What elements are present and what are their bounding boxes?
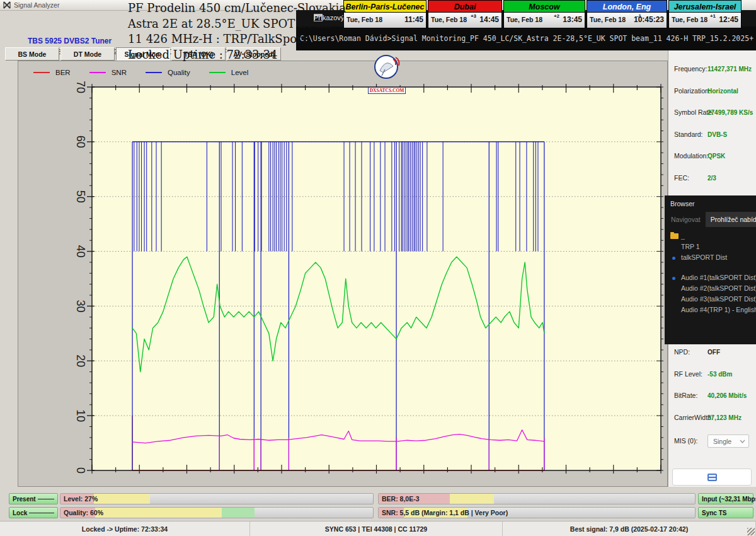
- svg-text:20: 20: [74, 354, 87, 367]
- clock-moscow[interactable]: MoscowTue, Feb 18+213:45: [503, 0, 585, 30]
- save-list-button[interactable]: [672, 469, 752, 486]
- svg-text:40: 40: [74, 245, 87, 258]
- annotation-line: Astra 2E at 28.5°E_UK SPOT Beam: [128, 16, 346, 32]
- clock-city: London, Eng: [587, 0, 667, 13]
- statusbar-cell: Best signal: 7,9 dB (2025-02-17 20:42): [503, 521, 756, 536]
- clock-city: Dubai: [428, 0, 502, 13]
- clock-utc-offset: +3: [471, 13, 476, 19]
- legend-level: Level: [209, 69, 249, 76]
- legend-line-swatch: [209, 72, 226, 73]
- clock-berlin-paris-lu-enec[interactable]: Berlin-Paris-LučenecTue, Feb 1811:45: [343, 0, 427, 30]
- app-title: Signal Analyzer: [14, 1, 59, 9]
- clock-date: Tue, Feb 18: [431, 16, 467, 23]
- status-bar: Locked -> Uptime: 72:33:34SYNC 653 | TEI…: [0, 521, 756, 536]
- chevron-down-icon: [740, 440, 745, 443]
- folder-icon: [670, 233, 679, 239]
- tuner-name: TBS 5925 DVBS2 Tuner: [28, 37, 112, 45]
- annotation-line: Locked Uptime : 72:33:34: [128, 47, 346, 63]
- legend-snr: SNR: [89, 69, 127, 76]
- satellite-dish-icon: [372, 54, 401, 81]
- clock-time: 10:45:23: [634, 15, 664, 24]
- dxsatcs-label: DXSATCS.COM: [368, 87, 406, 94]
- clock-time: 12:45: [719, 15, 738, 24]
- svg-text:0: 0: [74, 467, 87, 474]
- param-row: Standard:DVB-S: [668, 124, 756, 146]
- clock-utc-offset: +2: [554, 13, 559, 19]
- clock-date: Tue, Feb 18: [672, 16, 707, 23]
- param-row: NPD:OFF: [668, 341, 756, 363]
- command-prompt-input[interactable]: C:\Users\Roman Dávid>Signal Monitoring_P…: [300, 34, 753, 43]
- clock-date: Tue, Feb 18: [346, 16, 382, 23]
- legend-quality: Quality: [146, 69, 190, 76]
- level-bar-label: Level: 27%: [64, 495, 98, 503]
- clock-date: Tue, Feb 18: [507, 16, 542, 23]
- ber-bar-label: BER: 8,0E-3: [382, 495, 420, 503]
- chart-plot[interactable]: 010203040506070: [18, 61, 667, 486]
- list-item[interactable]: talkSPORT Dist: [665, 252, 756, 263]
- signal-analyzer-app-icon: [3, 1, 11, 9]
- param-row: BitRate:40,206 Mbit/s: [668, 385, 756, 407]
- clock-city: Jerusalem-Israel: [668, 0, 742, 13]
- clock-london-eng[interactable]: London, EngTue, Feb 18-110:45:23: [587, 0, 667, 30]
- snr-bar-label: SNR: 5,5 dB (Margin: 1,1 dB | Very Poor): [382, 509, 508, 516]
- clock-city: Moscow: [503, 0, 585, 13]
- statusbar-cell: Locked -> Uptime: 72:33:34: [0, 521, 250, 536]
- clock-time: 11:45: [404, 15, 423, 24]
- svg-text:30: 30: [74, 300, 87, 312]
- tab-dt-mode[interactable]: DT Mode: [60, 47, 115, 61]
- input-rate-indicator: Input (~32,31 Mbps): [698, 493, 753, 504]
- svg-text:70: 70: [74, 81, 87, 93]
- list-item[interactable]: Audio #3(talkSPORT Dist) - AAC: [665, 294, 756, 305]
- tab-bs-mode[interactable]: BS Mode: [5, 47, 59, 61]
- param-row: Polarization:Horizontal: [668, 80, 756, 102]
- param-row: Modulation:QPSK: [668, 145, 756, 167]
- param-row: Frequency:11427,371 MHz: [668, 58, 756, 80]
- chart-legend: BERSNRQualityLevel: [33, 67, 267, 78]
- annotation-overlay: PF Prodelin 450 cm/Lučenec-SlovakiaAstra…: [128, 1, 346, 62]
- list-item[interactable]: Audio #2(talkSPORT Dist) - AAC: [665, 283, 756, 294]
- bullet-icon: [672, 257, 675, 260]
- param-row: FEC:2/3: [668, 167, 756, 189]
- world-clocks: Berlin-Paris-LučenecTue, Feb 1811:45Duba…: [343, 0, 742, 30]
- browser-title: Browser: [670, 200, 695, 207]
- legend-line-swatch: [146, 72, 162, 73]
- list-item[interactable]: Audio #4(TRP 1) - English, AAC(: [665, 305, 756, 315]
- folder-row[interactable]: _: [665, 231, 756, 242]
- browser-panel: Browser NavigovatProhlížeč nabídkyN _TRP…: [665, 195, 756, 344]
- svg-text:10: 10: [74, 409, 87, 422]
- mis-label: MIS (0):: [674, 437, 697, 445]
- signal-monitor-chart: BERSNRQualityLevel 010203040506070: [18, 61, 668, 487]
- level-bar: Level: 27%: [60, 493, 374, 504]
- legend-line-swatch: [89, 72, 106, 73]
- param-row: CarrierWidth:37,123 MHz: [668, 407, 756, 429]
- mis-row: MIS (0): Single: [668, 434, 756, 449]
- present-indicator: Present: [9, 493, 58, 504]
- browser-list: _TRP 1talkSPORT DistAudio #1(talkSPORT D…: [665, 231, 756, 315]
- sync-ts-indicator: Sync TS: [698, 507, 753, 518]
- browser-tabs: NavigovatProhlížeč nabídkyN: [666, 212, 756, 227]
- quality-bar-label: Quality: 60%: [64, 509, 103, 516]
- annotation-line: PF Prodelin 450 cm/Lučenec-Slovakia: [128, 1, 346, 16]
- svg-text:50: 50: [74, 190, 87, 203]
- clock-dubai[interactable]: DubaiTue, Feb 18+314:45: [428, 0, 502, 30]
- list-item[interactable]: TRP 1: [665, 242, 756, 252]
- bullet-icon: [672, 277, 675, 280]
- clock-date: Tue, Feb 18: [590, 16, 626, 23]
- mis-value: Single: [713, 438, 731, 445]
- annotation-line: 11 426 MHz-H : TRP/TalkSport: [128, 32, 346, 47]
- clock-city: Berlin-Paris-Lučenec: [343, 0, 427, 13]
- browser-tab[interactable]: Prohlížeč nabídky: [706, 212, 756, 227]
- clock-jerusalem-israel[interactable]: Jerusalem-IsraelTue, Feb 18+112:45: [668, 0, 742, 30]
- clock-time: 14:45: [479, 15, 499, 24]
- legend-ber: BER: [33, 69, 71, 76]
- svg-text:60: 60: [74, 136, 87, 148]
- browser-tab[interactable]: Navigovat: [666, 212, 706, 227]
- transponder-params: Frequency:11427,371 MHzPolarization:Hori…: [668, 58, 756, 189]
- mis-dropdown[interactable]: Single: [707, 434, 749, 448]
- param-row: Symbol Rate:27499,789 KS/s: [668, 102, 756, 124]
- quality-bar: Quality: 60%: [60, 507, 374, 518]
- rf-params: NPD:OFFRF Level:-53 dBmBitRate:40,206 Mb…: [668, 341, 756, 428]
- statusbar-cell: SYNC 653 | TEI 44308 | CC 11729: [250, 521, 503, 536]
- list-item[interactable]: Audio #1(talkSPORT Dist) - AAC: [665, 272, 756, 283]
- list-icon: [707, 474, 717, 481]
